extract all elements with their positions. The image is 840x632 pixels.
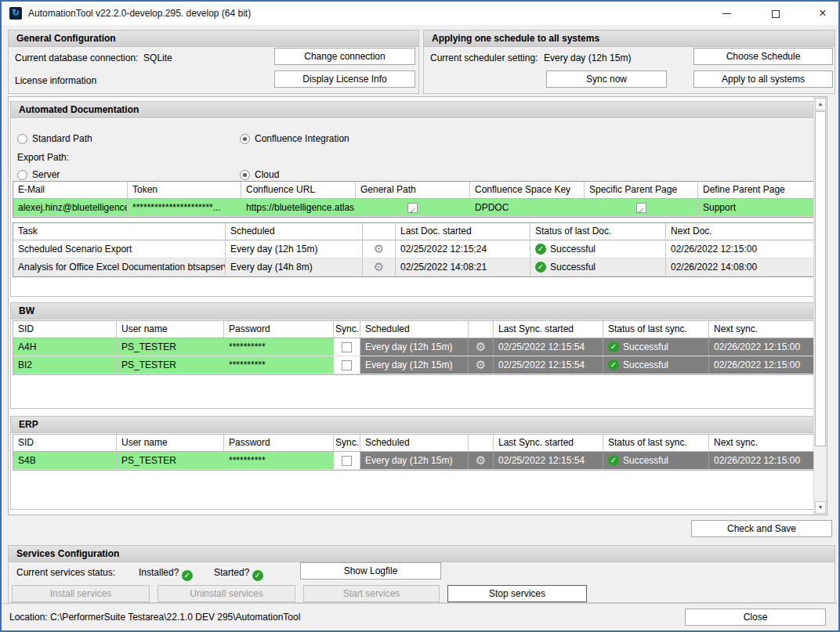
- bw-systems-table: SID User name Password Sync. Scheduled L…: [13, 320, 820, 375]
- col-user-name: User name: [117, 321, 224, 338]
- password-cell[interactable]: **********: [224, 338, 334, 356]
- location-label: Location: C:\PerformerSuite Testarea\22.…: [9, 612, 300, 623]
- col-sync: Sync.: [334, 321, 360, 338]
- task-row: Analysis for Office Excel Documentation …: [13, 258, 819, 276]
- task-name-cell: Analysis for Office Excel Documentation …: [13, 258, 226, 276]
- task-name-cell: Scheduled Scenario Export: [13, 240, 226, 258]
- space-key-cell[interactable]: DPDOC: [470, 199, 585, 216]
- define-parent-cell[interactable]: Support: [698, 199, 819, 216]
- schedule-gear-button[interactable]: ⚙: [469, 338, 494, 356]
- choose-schedule-button[interactable]: Choose Schedule: [693, 48, 833, 65]
- sid-cell[interactable]: S4B: [13, 452, 117, 469]
- license-info-label: License information: [15, 75, 96, 86]
- stop-services-button[interactable]: Stop services: [447, 585, 587, 602]
- apply-all-systems-button[interactable]: Apply to all systems: [693, 70, 833, 88]
- task-next-cell: 02/26/2022 12:15:00: [666, 240, 819, 258]
- radio-icon: [17, 134, 27, 144]
- automated-documentation-title: Automated Documentation: [11, 102, 821, 118]
- sync-now-button[interactable]: Sync now: [546, 70, 667, 88]
- server-radio[interactable]: Server: [17, 169, 60, 180]
- sync-status-cell: ✓Successful: [603, 338, 709, 356]
- maximize-button[interactable]: [759, 2, 793, 25]
- scrollbar-thumb[interactable]: [815, 111, 826, 446]
- cloud-radio[interactable]: Cloud: [240, 169, 279, 180]
- col-gear: [469, 435, 494, 451]
- schedule-gear-button[interactable]: ⚙: [469, 452, 494, 469]
- password-cell[interactable]: **********: [224, 356, 334, 374]
- user-cell[interactable]: PS_TESTER: [117, 338, 224, 356]
- bw-system-row: A4H PS_TESTER ********** Every day (12h …: [13, 338, 819, 356]
- install-services-button[interactable]: Install services: [12, 585, 150, 602]
- next-sync-cell: 02/26/2022 12:15:00: [709, 338, 819, 356]
- col-sync: Sync.: [334, 435, 360, 451]
- general-path-cell: ✓: [356, 199, 470, 216]
- confluence-url-cell[interactable]: https://bluetelligence.atlas...: [241, 199, 356, 216]
- col-scheduled: Scheduled: [360, 435, 469, 451]
- specific-parent-checkbox[interactable]: ✓: [636, 203, 646, 213]
- sync-checkbox[interactable]: [342, 342, 352, 352]
- display-license-button[interactable]: Display License Info: [274, 70, 415, 88]
- task-schedule-gear-button[interactable]: ⚙: [363, 240, 396, 258]
- bw-title: BW: [11, 303, 821, 320]
- token-cell[interactable]: **********************...: [128, 199, 241, 216]
- bw-system-row: BI2 PS_TESTER ********** Every day (12h …: [13, 356, 819, 374]
- password-cell[interactable]: **********: [224, 452, 334, 469]
- general-path-checkbox[interactable]: ✓: [407, 203, 418, 213]
- confluence-table-header: E-Mail Token Confluence URL General Path…: [13, 182, 819, 199]
- sid-cell[interactable]: A4H: [13, 338, 117, 356]
- minimize-icon: [722, 13, 731, 14]
- standard-path-radio[interactable]: Standard Path: [17, 133, 92, 144]
- sid-cell[interactable]: BI2: [13, 356, 117, 374]
- confluence-integration-radio[interactable]: Confluence Integration: [240, 133, 349, 144]
- scroll-down-button[interactable]: ▼: [815, 501, 826, 514]
- export-path-label: Export Path:: [17, 152, 69, 163]
- user-cell[interactable]: PS_TESTER: [117, 452, 224, 469]
- specific-parent-cell: ✓: [585, 199, 698, 216]
- col-sid: SID: [13, 321, 117, 338]
- services-configuration-title: Services Configuration: [9, 546, 835, 562]
- footer-close-button[interactable]: Close: [685, 609, 826, 626]
- sync-checkbox[interactable]: [342, 360, 352, 370]
- col-task: Task: [13, 223, 226, 240]
- db-connection-label: Current database connection: SQLite: [15, 52, 172, 63]
- erp-title: ERP: [11, 417, 821, 433]
- minimize-button[interactable]: [709, 2, 744, 25]
- arrow-down-icon: ▼: [818, 504, 824, 510]
- erp-table-header: SID User name Password Sync. Scheduled L…: [13, 435, 819, 452]
- maximize-icon: [772, 10, 780, 18]
- email-cell[interactable]: alexej.hinz@bluetelligence...: [13, 199, 128, 216]
- user-cell[interactable]: PS_TESTER: [117, 356, 224, 374]
- success-icon: ✓: [535, 244, 546, 255]
- sync-checkbox[interactable]: [342, 456, 352, 466]
- services-status-label: Current services status:: [16, 567, 115, 578]
- col-last-doc-started: Last Doc. started: [396, 223, 530, 240]
- sync-cell: [334, 452, 360, 469]
- task-last-started-cell: 02/25/2022 12:15:24: [396, 240, 530, 258]
- col-user-name: User name: [117, 435, 224, 451]
- task-row: Scheduled Scenario Export Every day (12h…: [13, 240, 819, 258]
- scroll-up-button[interactable]: ▲: [815, 98, 826, 110]
- uninstall-services-button[interactable]: Uninstall services: [158, 585, 295, 602]
- last-sync-cell: 02/25/2022 12:15:54: [494, 338, 603, 356]
- success-icon: ✓: [608, 341, 619, 352]
- task-schedule-gear-button[interactable]: ⚙: [363, 258, 396, 276]
- export-options-area: Standard Path Confluence Integration Exp…: [12, 119, 820, 181]
- col-password: Password: [224, 435, 334, 451]
- sync-cell: [334, 338, 360, 356]
- scheduled-cell: Every day (12h 15m): [360, 452, 469, 469]
- col-gear: [363, 223, 396, 240]
- col-space-key: Confluence Space Key: [470, 182, 585, 198]
- task-next-cell: 02/26/2022 14:08:00: [666, 258, 819, 276]
- start-services-button[interactable]: Start services: [303, 585, 440, 602]
- close-button[interactable]: ×: [806, 2, 840, 25]
- confluence-settings-row: alexej.hinz@bluetelligence... **********…: [13, 199, 819, 217]
- vertical-scrollbar[interactable]: ▲ ▼: [813, 97, 827, 515]
- schedule-gear-button[interactable]: ⚙: [469, 356, 494, 374]
- change-connection-button[interactable]: Change connection: [274, 48, 415, 65]
- check-icon: ✓: [409, 202, 416, 216]
- check-and-save-button[interactable]: Check and Save: [691, 520, 832, 537]
- show-logfile-button[interactable]: Show Logfile: [300, 562, 441, 580]
- col-next-sync: Next sync.: [709, 435, 819, 451]
- radio-selected-icon: [240, 134, 250, 144]
- started-status: Started? ✓: [214, 567, 263, 581]
